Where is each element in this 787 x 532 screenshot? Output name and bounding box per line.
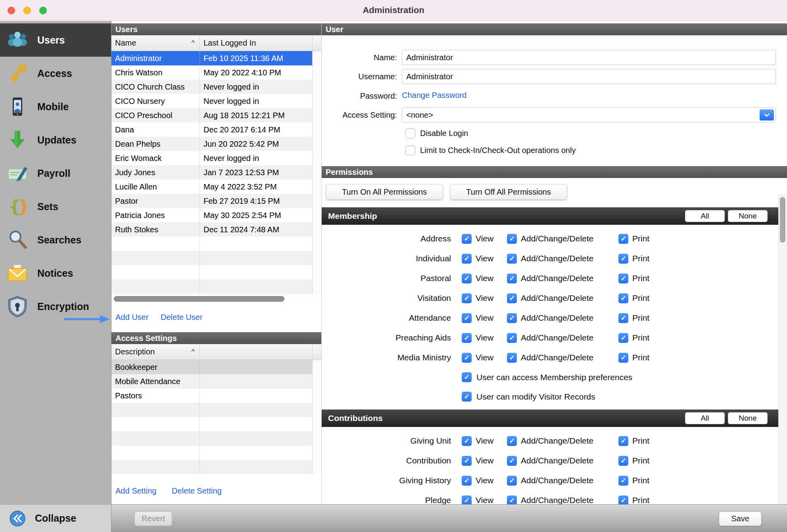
user-table-row[interactable]: Dean PhelpsJun 20 2022 5:42 PM [111, 137, 321, 151]
checkbox-view[interactable]: ✓ [462, 353, 472, 363]
contributions-none-button[interactable]: None [728, 412, 768, 424]
turn-on-all-permissions-button[interactable]: Turn On All Permissions [326, 184, 443, 200]
checkbox-label: View [476, 456, 493, 465]
user-table-row[interactable]: CICO Church ClassNever logged in [111, 80, 321, 94]
username-field[interactable] [402, 69, 776, 84]
checkbox-print[interactable]: ✓ [618, 496, 628, 505]
dropdown-button[interactable] [760, 109, 774, 121]
user-table-row[interactable]: Lucille AllenMay 4 2022 3:52 PM [111, 180, 321, 194]
checkbox-view[interactable]: ✓ [462, 436, 472, 446]
checkbox-add-change-delete[interactable]: ✓ [507, 293, 517, 303]
sidebar-item-searches[interactable]: Searches [0, 223, 111, 256]
horizontal-scroll-thumb[interactable] [114, 296, 284, 302]
membership-all-button[interactable]: All [685, 210, 725, 222]
blank-cell [200, 374, 312, 388]
collapse-button[interactable]: Collapse [0, 504, 111, 532]
checkbox-label: Add/Change/Delete [521, 456, 593, 465]
checkbox-print[interactable]: ✓ [618, 274, 628, 283]
disable-login-checkbox[interactable] [405, 128, 415, 138]
checkbox-print[interactable]: ✓ [618, 333, 628, 343]
sidebar-item-users[interactable]: Users [0, 23, 111, 57]
zoom-button[interactable] [39, 7, 47, 14]
user-table-row[interactable]: Eric WomackNever logged in [111, 151, 321, 165]
checkbox-add-change-delete[interactable]: ✓ [507, 234, 517, 244]
user-table-row[interactable]: Judy JonesJan 7 2023 12:53 PM [111, 165, 321, 180]
checkbox-add-change-delete[interactable]: ✓ [507, 333, 517, 343]
extra-permission-row: ✓User can access Membership preferences [322, 367, 779, 387]
sidebar-item-updates[interactable]: Updates [0, 123, 111, 157]
user-table-row[interactable]: CICO PreschoolAug 18 2015 12:21 PM [111, 108, 321, 122]
permissions-vertical-scrollbar[interactable] [778, 194, 787, 504]
checkbox-view[interactable]: ✓ [462, 274, 472, 283]
checkbox-print[interactable]: ✓ [618, 353, 628, 363]
user-table-row[interactable]: Patricia JonesMay 30 2025 2:54 PM [111, 208, 321, 222]
access-setting-row[interactable]: Bookkeeper [111, 360, 321, 374]
user-name-cell: Chris Watson [111, 65, 200, 80]
checkbox-add-change-delete[interactable]: ✓ [507, 456, 517, 466]
user-name-cell [111, 237, 200, 251]
checkbox-print[interactable]: ✓ [618, 293, 628, 303]
checkbox-add-change-delete[interactable]: ✓ [507, 496, 517, 505]
blank-cell [200, 360, 312, 374]
limit-checkin-checkbox[interactable] [405, 145, 415, 155]
checkbox-add-change-delete[interactable]: ✓ [507, 274, 517, 283]
sidebar-item-notices[interactable]: Notices [0, 256, 111, 290]
delete-setting-link[interactable]: Delete Setting [172, 486, 222, 496]
sidebar-item-mobile[interactable]: Mobile [0, 90, 111, 123]
access-setting-row[interactable]: Pastors [111, 388, 321, 403]
checkbox-view[interactable]: ✓ [462, 293, 472, 303]
minimize-button[interactable] [23, 7, 31, 14]
users-horizontal-scrollbar[interactable] [111, 294, 312, 304]
close-button[interactable] [8, 7, 15, 14]
vertical-scroll-thumb[interactable] [780, 197, 785, 243]
sidebar-item-access[interactable]: Access [0, 57, 111, 90]
checkbox-view[interactable]: ✓ [462, 456, 472, 466]
checkbox-add-change-delete[interactable]: ✓ [507, 476, 517, 486]
user-name-cell: Eric Womack [111, 151, 200, 165]
sidebar-item-sets[interactable]: {}Sets [0, 190, 111, 223]
membership-none-button[interactable]: None [728, 210, 768, 222]
checkbox-extra[interactable]: ✓ [462, 372, 472, 382]
user-table-row[interactable]: CICO NurseryNever logged in [111, 94, 321, 108]
checkbox-print[interactable]: ✓ [618, 313, 628, 323]
revert-button[interactable]: Revert [134, 511, 172, 526]
checkbox-add-change-delete[interactable]: ✓ [507, 436, 517, 446]
checkbox-label: Add/Change/Delete [521, 254, 593, 263]
column-name[interactable]: Name ^ [111, 35, 200, 51]
checkbox-print[interactable]: ✓ [618, 436, 628, 446]
checkbox-print[interactable]: ✓ [618, 476, 628, 486]
checkbox-add-change-delete[interactable]: ✓ [507, 353, 517, 363]
delete-user-link[interactable]: Delete User [161, 313, 203, 322]
checkbox-print[interactable]: ✓ [618, 254, 628, 264]
save-button[interactable]: Save [719, 511, 762, 526]
checkbox-extra[interactable]: ✓ [462, 392, 472, 402]
column-description[interactable]: Description ^ [111, 344, 200, 360]
user-table-row[interactable]: DanaDec 20 2017 6:14 PM [111, 122, 321, 137]
user-table-row[interactable]: Ruth StokesDec 11 2024 7:48 AM [111, 222, 321, 237]
permission-cell: ✓Print [618, 348, 649, 367]
turn-off-all-permissions-button[interactable]: Turn Off All Permissions [450, 184, 567, 200]
name-field[interactable] [402, 50, 776, 65]
checkbox-label: View [476, 353, 493, 362]
checkbox-print[interactable]: ✓ [618, 234, 628, 244]
user-table-row[interactable]: PastorFeb 27 2019 4:15 PM [111, 194, 321, 208]
checkbox-view[interactable]: ✓ [462, 333, 472, 343]
checkbox-view[interactable]: ✓ [462, 313, 472, 323]
checkbox-view[interactable]: ✓ [462, 476, 472, 486]
add-setting-link[interactable]: Add Setting [115, 486, 156, 496]
change-password-link[interactable]: Change Password [402, 91, 466, 100]
checkbox-view[interactable]: ✓ [462, 496, 472, 505]
add-user-link[interactable]: Add User [115, 313, 148, 322]
checkbox-add-change-delete[interactable]: ✓ [507, 313, 517, 323]
contributions-all-button[interactable]: All [685, 412, 725, 424]
checkbox-print[interactable]: ✓ [618, 456, 628, 466]
checkbox-view[interactable]: ✓ [462, 234, 472, 244]
user-table-row[interactable]: Chris WatsonMay 20 2022 4:10 PM [111, 65, 321, 80]
sidebar-item-payroll[interactable]: Payroll [0, 157, 111, 190]
access-setting-row[interactable]: Mobile Attendance [111, 374, 321, 388]
column-last-logged-in[interactable]: Last Logged In [200, 35, 312, 51]
checkbox-view[interactable]: ✓ [462, 254, 472, 264]
checkbox-add-change-delete[interactable]: ✓ [507, 254, 517, 264]
access-setting-select[interactable]: <none> [402, 107, 776, 122]
user-table-row[interactable]: AdministratorFeb 10 2025 11:36 AM [111, 51, 321, 65]
